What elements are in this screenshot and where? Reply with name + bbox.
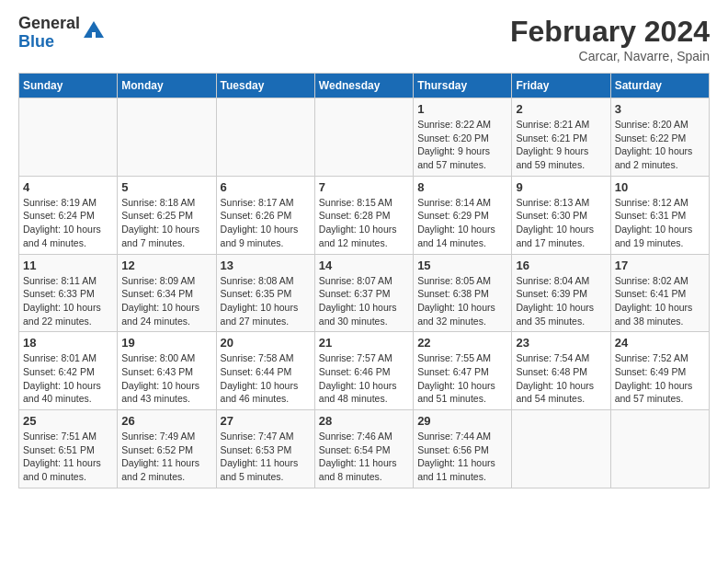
day-cell: 6Sunrise: 8:17 AM Sunset: 6:26 PM Daylig… <box>216 176 314 254</box>
day-cell: 10Sunrise: 8:12 AM Sunset: 6:31 PM Dayli… <box>610 176 709 254</box>
week-row-3: 11Sunrise: 8:11 AM Sunset: 6:33 PM Dayli… <box>19 254 710 332</box>
day-cell: 20Sunrise: 7:58 AM Sunset: 6:44 PM Dayli… <box>216 332 314 410</box>
day-number: 12 <box>121 259 211 272</box>
day-info: Sunrise: 8:17 AM Sunset: 6:26 PM Dayligh… <box>221 196 311 250</box>
day-info: Sunrise: 8:01 AM Sunset: 6:42 PM Dayligh… <box>23 351 113 406</box>
day-cell: 14Sunrise: 8:07 AM Sunset: 6:37 PM Dayli… <box>314 254 413 332</box>
day-cell: 17Sunrise: 8:02 AM Sunset: 6:41 PM Dayli… <box>610 254 709 332</box>
logo-blue: Blue <box>18 33 80 52</box>
day-number: 23 <box>516 336 606 350</box>
header-row: SundayMondayTuesdayWednesdayThursdayFrid… <box>19 74 710 98</box>
calendar-subtitle: Carcar, Navarre, Spain <box>510 49 710 63</box>
day-info: Sunrise: 7:55 AM Sunset: 6:47 PM Dayligh… <box>417 351 507 406</box>
day-cell: 26Sunrise: 7:49 AM Sunset: 6:52 PM Dayli… <box>118 410 216 488</box>
day-info: Sunrise: 7:46 AM Sunset: 6:54 PM Dayligh… <box>319 430 409 484</box>
calendar-title: February 2024 <box>510 15 710 49</box>
day-number: 22 <box>417 336 507 350</box>
day-number: 29 <box>417 414 507 428</box>
day-cell: 22Sunrise: 7:55 AM Sunset: 6:47 PM Dayli… <box>414 332 512 410</box>
day-number: 2 <box>516 102 606 116</box>
svg-rect-1 <box>92 32 96 38</box>
day-info: Sunrise: 8:00 AM Sunset: 6:43 PM Dayligh… <box>121 351 211 406</box>
day-number: 8 <box>417 180 507 194</box>
day-number: 17 <box>615 259 705 272</box>
day-cell: 3Sunrise: 8:20 AM Sunset: 6:22 PM Daylig… <box>610 98 709 177</box>
day-info: Sunrise: 8:11 AM Sunset: 6:33 PM Dayligh… <box>23 274 113 328</box>
day-number: 25 <box>23 414 113 428</box>
day-number: 13 <box>221 259 311 272</box>
day-cell <box>314 98 413 177</box>
day-info: Sunrise: 7:54 AM Sunset: 6:48 PM Dayligh… <box>516 351 606 406</box>
col-header-saturday: Saturday <box>610 74 709 98</box>
day-info: Sunrise: 8:15 AM Sunset: 6:28 PM Dayligh… <box>319 196 409 250</box>
day-cell: 28Sunrise: 7:46 AM Sunset: 6:54 PM Dayli… <box>314 410 413 488</box>
col-header-tuesday: Tuesday <box>216 74 314 98</box>
day-number: 4 <box>23 180 113 194</box>
col-header-sunday: Sunday <box>19 74 118 98</box>
day-info: Sunrise: 8:12 AM Sunset: 6:31 PM Dayligh… <box>615 196 705 250</box>
day-info: Sunrise: 8:21 AM Sunset: 6:21 PM Dayligh… <box>516 118 606 172</box>
day-info: Sunrise: 8:19 AM Sunset: 6:24 PM Dayligh… <box>23 196 113 250</box>
day-cell: 25Sunrise: 7:51 AM Sunset: 6:51 PM Dayli… <box>19 410 118 488</box>
day-cell: 15Sunrise: 8:05 AM Sunset: 6:38 PM Dayli… <box>414 254 512 332</box>
day-number: 28 <box>319 414 409 428</box>
day-number: 9 <box>516 180 606 194</box>
day-cell: 11Sunrise: 8:11 AM Sunset: 6:33 PM Dayli… <box>19 254 118 332</box>
day-number: 14 <box>319 259 409 272</box>
day-number: 24 <box>615 336 705 350</box>
day-cell: 18Sunrise: 8:01 AM Sunset: 6:42 PM Dayli… <box>19 332 118 410</box>
day-number: 16 <box>516 259 606 272</box>
day-info: Sunrise: 8:09 AM Sunset: 6:34 PM Dayligh… <box>121 274 211 328</box>
day-info: Sunrise: 7:57 AM Sunset: 6:46 PM Dayligh… <box>319 351 409 406</box>
day-number: 5 <box>121 180 211 194</box>
day-info: Sunrise: 7:49 AM Sunset: 6:52 PM Dayligh… <box>121 430 211 484</box>
day-info: Sunrise: 8:22 AM Sunset: 6:20 PM Dayligh… <box>417 118 507 172</box>
day-number: 27 <box>221 414 311 428</box>
day-cell: 2Sunrise: 8:21 AM Sunset: 6:21 PM Daylig… <box>512 98 610 177</box>
day-number: 20 <box>221 336 311 350</box>
col-header-friday: Friday <box>512 74 610 98</box>
day-number: 10 <box>615 180 705 194</box>
day-number: 18 <box>23 336 113 350</box>
day-cell: 21Sunrise: 7:57 AM Sunset: 6:46 PM Dayli… <box>314 332 413 410</box>
day-number: 26 <box>121 414 211 428</box>
day-cell: 4Sunrise: 8:19 AM Sunset: 6:24 PM Daylig… <box>19 176 118 254</box>
day-number: 19 <box>121 336 211 350</box>
day-info: Sunrise: 8:14 AM Sunset: 6:29 PM Dayligh… <box>417 196 507 250</box>
day-cell: 29Sunrise: 7:44 AM Sunset: 6:56 PM Dayli… <box>414 410 512 488</box>
day-info: Sunrise: 7:51 AM Sunset: 6:51 PM Dayligh… <box>23 430 113 484</box>
day-cell: 8Sunrise: 8:14 AM Sunset: 6:29 PM Daylig… <box>414 176 512 254</box>
day-cell <box>118 98 216 177</box>
day-info: Sunrise: 8:02 AM Sunset: 6:41 PM Dayligh… <box>615 274 705 328</box>
day-cell <box>610 410 709 488</box>
day-number: 15 <box>417 259 507 272</box>
title-section: February 2024 Carcar, Navarre, Spain <box>510 15 710 63</box>
day-number: 7 <box>319 180 409 194</box>
day-info: Sunrise: 7:52 AM Sunset: 6:49 PM Dayligh… <box>615 351 705 406</box>
day-cell <box>216 98 314 177</box>
day-cell: 27Sunrise: 7:47 AM Sunset: 6:53 PM Dayli… <box>216 410 314 488</box>
day-cell: 24Sunrise: 7:52 AM Sunset: 6:49 PM Dayli… <box>610 332 709 410</box>
logo-general: General <box>18 15 80 33</box>
week-row-4: 18Sunrise: 8:01 AM Sunset: 6:42 PM Dayli… <box>19 332 710 410</box>
col-header-wednesday: Wednesday <box>314 74 413 98</box>
day-number: 1 <box>417 102 507 116</box>
day-number: 6 <box>221 180 311 194</box>
day-cell: 7Sunrise: 8:15 AM Sunset: 6:28 PM Daylig… <box>314 176 413 254</box>
day-info: Sunrise: 8:04 AM Sunset: 6:39 PM Dayligh… <box>516 274 606 328</box>
day-info: Sunrise: 8:13 AM Sunset: 6:30 PM Dayligh… <box>516 196 606 250</box>
day-info: Sunrise: 8:08 AM Sunset: 6:35 PM Dayligh… <box>221 274 311 328</box>
week-row-5: 25Sunrise: 7:51 AM Sunset: 6:51 PM Dayli… <box>19 410 710 488</box>
day-cell: 1Sunrise: 8:22 AM Sunset: 6:20 PM Daylig… <box>414 98 512 177</box>
day-info: Sunrise: 8:07 AM Sunset: 6:37 PM Dayligh… <box>319 274 409 328</box>
day-cell: 16Sunrise: 8:04 AM Sunset: 6:39 PM Dayli… <box>512 254 610 332</box>
day-cell <box>19 98 118 177</box>
day-number: 3 <box>615 102 705 116</box>
day-info: Sunrise: 8:20 AM Sunset: 6:22 PM Dayligh… <box>615 118 705 172</box>
day-cell: 5Sunrise: 8:18 AM Sunset: 6:25 PM Daylig… <box>118 176 216 254</box>
day-info: Sunrise: 8:05 AM Sunset: 6:38 PM Dayligh… <box>417 274 507 328</box>
day-info: Sunrise: 8:18 AM Sunset: 6:25 PM Dayligh… <box>121 196 211 250</box>
logo-icon <box>82 19 106 43</box>
col-header-thursday: Thursday <box>414 74 512 98</box>
page-header: General Blue February 2024 Carcar, Navar… <box>18 15 710 63</box>
